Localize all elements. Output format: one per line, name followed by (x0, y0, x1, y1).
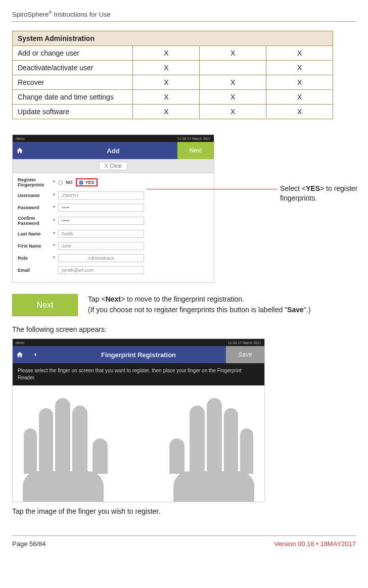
left-palm (23, 471, 104, 502)
email-label: Email (18, 268, 53, 273)
sub-toolbar: X Clear (13, 159, 214, 173)
status-bar-2: demo 11:30 17 March 2017 (13, 339, 264, 346)
role-select[interactable]: Administrator (58, 254, 144, 262)
password-input[interactable]: ••••• (58, 204, 144, 212)
save-button[interactable]: Save (226, 346, 264, 363)
lastname-input[interactable]: Smith (58, 230, 144, 238)
clear-label: Clear (110, 163, 122, 169)
table-row: Change date and time settings X X X (13, 90, 333, 105)
fingerprint-screenshot: demo 11:30 17 March 2017 Fingerprint Reg… (12, 338, 265, 502)
username-input[interactable]: JSMITH (58, 191, 144, 200)
right-thumb-finger[interactable] (169, 438, 185, 474)
page-number: Page 56/84 (12, 540, 46, 548)
next-instruction-row: Next Tap <Next> to move to the fingerpri… (12, 294, 356, 316)
doc-footer: Page 56/84 Version 00.16 • 18MAY2017 (12, 535, 356, 548)
callout-text: Select <YES> to register fingerprints. (280, 184, 368, 202)
next-instruction-text: Tap <Next> to move to the fingerprint re… (88, 294, 356, 315)
role-label: Role (18, 256, 53, 261)
tap-finger-text: Tap the image of the finger you wish to … (12, 507, 356, 515)
callout-line (147, 189, 277, 189)
add-user-form: Register Fingerprints * NO YES Username … (13, 173, 214, 282)
yes-highlight-box: YES (76, 178, 98, 186)
radio-no-icon (58, 180, 63, 185)
next-button[interactable]: Next (177, 142, 214, 159)
clear-x: X (105, 163, 108, 169)
version-text: Version 00.16 • 18MAY2017 (274, 540, 356, 548)
password-label: Password (18, 205, 53, 210)
clear-button[interactable]: X Clear (99, 162, 128, 170)
register-fp-toggle[interactable]: NO YES (58, 178, 98, 186)
table-row: Update software X X X (13, 105, 333, 119)
registered-mark: ® (49, 10, 52, 15)
radio-yes-icon (79, 180, 83, 185)
table-row: Deactivate/activate user X X (13, 61, 333, 75)
table-section-header: System Administration (13, 31, 333, 46)
following-screen-text: The following screen appears: (12, 325, 356, 333)
right-pinky-finger[interactable] (240, 428, 253, 474)
status-left-2: demo (16, 341, 25, 345)
lastname-label: Last Name (18, 231, 53, 236)
firstname-input[interactable]: John (58, 242, 144, 250)
confirm-password-label: Confirm Password (18, 216, 53, 226)
username-label: Username (18, 193, 53, 198)
radio-yes-label: YES (85, 180, 95, 185)
left-pinky-finger[interactable] (24, 428, 37, 474)
right-hand[interactable] (168, 398, 254, 502)
radio-no-label: NO (66, 180, 73, 185)
add-user-screenshot: demo 11:30 17 March 2017 Add Next X Clea… (12, 134, 214, 283)
right-middle-finger[interactable] (207, 398, 222, 474)
hands-area (13, 385, 264, 502)
status-bar: demo 11:30 17 March 2017 (13, 135, 214, 142)
left-hand[interactable] (23, 398, 109, 502)
next-button-large[interactable]: Next (12, 294, 78, 316)
left-index-finger[interactable] (72, 406, 87, 474)
product-name: SpiroSphere (12, 11, 49, 18)
confirm-password-input[interactable]: ••••• (58, 217, 144, 225)
status-left: demo (16, 137, 25, 140)
table-row: Add or change user X X X (13, 46, 333, 61)
screenshot1-section: demo 11:30 17 March 2017 Add Next X Clea… (12, 134, 356, 283)
email-input[interactable]: jsmith@ert.com (58, 266, 144, 274)
firstname-label: First Name (18, 243, 53, 249)
register-fp-label: Register Fingerprints (18, 177, 53, 187)
fingerprint-instruction: Please select the finger on screen that … (13, 363, 264, 385)
right-ring-finger[interactable] (224, 408, 238, 474)
left-ring-finger[interactable] (39, 408, 53, 474)
top-bar: Add Next (13, 142, 214, 159)
right-palm (173, 471, 254, 502)
doc-header: SpiroSphere® Instructions for Use (12, 10, 356, 22)
right-index-finger[interactable] (190, 406, 205, 474)
top-bar-2: Fingerprint Registration Save (13, 346, 264, 363)
doc-title-suffix: Instructions for Use (54, 11, 111, 18)
system-admin-table: System Administration Add or change user… (12, 31, 333, 119)
table-row: Recover X X X (13, 75, 333, 90)
status-right: 11:30 17 March 2017 (177, 137, 211, 140)
left-thumb-finger[interactable] (93, 438, 108, 474)
status-right-2: 11:30 17 March 2017 (228, 341, 261, 345)
left-middle-finger[interactable] (55, 398, 70, 474)
